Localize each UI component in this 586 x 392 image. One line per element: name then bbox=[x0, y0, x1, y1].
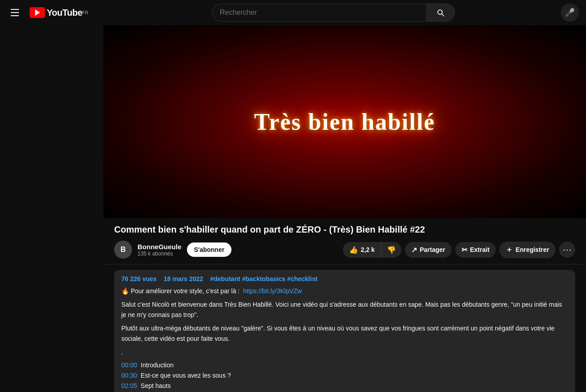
desc-cta: 🔥 Pour améliorer votre style, c'est par … bbox=[121, 286, 568, 296]
nav-left: YouTube FR bbox=[7, 5, 106, 20]
share-icon: ↗ bbox=[411, 246, 417, 254]
chapter-timestamp[interactable]: 00:00 bbox=[121, 361, 137, 370]
description-box: 76 226 vues 18 mars 2022 #debutant #back… bbox=[114, 270, 575, 392]
chapter-item: 00:00Introduction bbox=[121, 361, 568, 370]
chapter-label: Introduction bbox=[141, 361, 173, 370]
subscribe-button[interactable]: S'abonner bbox=[187, 242, 232, 257]
channel-row: B BonneGueule 135 k abonnés S'abonner 👍 … bbox=[114, 241, 575, 259]
channel-avatar[interactable]: B bbox=[114, 241, 132, 259]
extrait-button[interactable]: ✂ Extrait bbox=[455, 242, 496, 258]
divider bbox=[103, 264, 586, 264]
top-navigation: YouTube FR 🎤 bbox=[0, 0, 586, 25]
thumbs-down-icon: 👎 bbox=[387, 246, 396, 254]
voice-search-button[interactable]: 🎤 bbox=[561, 4, 579, 22]
logo-country: FR bbox=[82, 10, 88, 15]
hamburger-menu[interactable] bbox=[7, 5, 22, 20]
chapter-timestamp[interactable]: 00:30 bbox=[121, 371, 137, 380]
view-count: 76 226 vues bbox=[121, 275, 157, 282]
channel-left: B BonneGueule 135 k abonnés S'abonner bbox=[114, 241, 231, 259]
chapter-label: Sept hauts bbox=[141, 381, 171, 391]
like-count: 2,2 k bbox=[361, 246, 375, 253]
description-paragraph-1: Salut c'est Nicolò et bienvenue dans Trè… bbox=[121, 300, 568, 357]
chapter-item: 02:05Sept hauts bbox=[121, 381, 568, 391]
youtube-logo-icon bbox=[30, 7, 45, 18]
channel-subscribers: 135 k abonnés bbox=[138, 251, 182, 257]
like-button[interactable]: 👍 2,2 k bbox=[343, 242, 382, 258]
video-main-title: Comment bien s'habiller quand on part de… bbox=[114, 224, 575, 235]
desc-dot: . bbox=[121, 347, 568, 357]
search-button[interactable] bbox=[426, 4, 455, 22]
nav-right: 🎤 bbox=[561, 4, 579, 22]
main-layout: Très bien habillé Comment bien s'habille… bbox=[0, 0, 586, 392]
hashtags[interactable]: #debutant #backtobasics #checklist bbox=[210, 275, 318, 282]
emoji-fire: 🔥 bbox=[121, 287, 129, 295]
desc-meta: 76 226 vues 18 mars 2022 #debutant #back… bbox=[121, 275, 568, 282]
more-options-button[interactable]: ⋯ bbox=[559, 242, 575, 258]
share-button[interactable]: ↗ Partager bbox=[405, 242, 452, 258]
video-thumbnail: Très bien habillé bbox=[103, 25, 586, 218]
channel-meta: BonneGueule 135 k abonnés bbox=[138, 243, 182, 257]
channel-name[interactable]: BonneGueule bbox=[138, 243, 182, 251]
cta-link[interactable]: https://bit.ly/3KlpVZw bbox=[243, 287, 302, 295]
chapter-item: 00:30Est-ce que vous avez les sous ? bbox=[121, 371, 568, 380]
chapter-timestamp[interactable]: 02:05 bbox=[121, 381, 137, 391]
like-dislike-group: 👍 2,2 k 👎 bbox=[343, 242, 401, 258]
video-content: Très bien habillé Comment bien s'habille… bbox=[103, 25, 586, 392]
cta-text: Pour améliorer votre style, c'est par là… bbox=[131, 287, 240, 295]
logo-text: YouTube bbox=[47, 8, 82, 18]
thumbs-up-icon: 👍 bbox=[349, 246, 358, 254]
share-label: Partager bbox=[420, 246, 445, 253]
video-player[interactable]: Très bien habillé bbox=[103, 25, 586, 218]
chapters-list: 00:00Introduction00:30Est-ce que vous av… bbox=[121, 361, 568, 392]
chapter-label: Est-ce que vous avez les sous ? bbox=[141, 371, 231, 380]
nav-center bbox=[113, 4, 554, 22]
desc-p1: Salut c'est Nicolò et bienvenue dans Trè… bbox=[121, 300, 568, 320]
sidebar bbox=[0, 25, 103, 392]
dislike-button[interactable]: 👎 bbox=[382, 242, 401, 258]
save-label: Enregistrer bbox=[515, 246, 549, 253]
search-icon bbox=[436, 8, 445, 17]
extrait-label: Extrait bbox=[470, 246, 490, 253]
video-overlay-title: Très bien habillé bbox=[254, 109, 435, 135]
save-button[interactable]: ＋ Enregistrer bbox=[499, 242, 555, 258]
dots-icon: ⋯ bbox=[563, 244, 572, 255]
search-bar bbox=[212, 4, 455, 22]
upload-date: 18 mars 2022 bbox=[164, 275, 203, 282]
scissors-icon: ✂ bbox=[462, 246, 467, 254]
save-icon: ＋ bbox=[506, 245, 513, 255]
video-info: Comment bien s'habiller quand on part de… bbox=[103, 218, 586, 259]
desc-p2: Plutôt aux ultra-méga débutants de nivea… bbox=[121, 323, 568, 344]
action-buttons: 👍 2,2 k 👎 ↗ Partager ✂ Extrait bbox=[343, 242, 575, 258]
search-input[interactable] bbox=[212, 4, 426, 22]
youtube-logo[interactable]: YouTube FR bbox=[30, 7, 88, 18]
